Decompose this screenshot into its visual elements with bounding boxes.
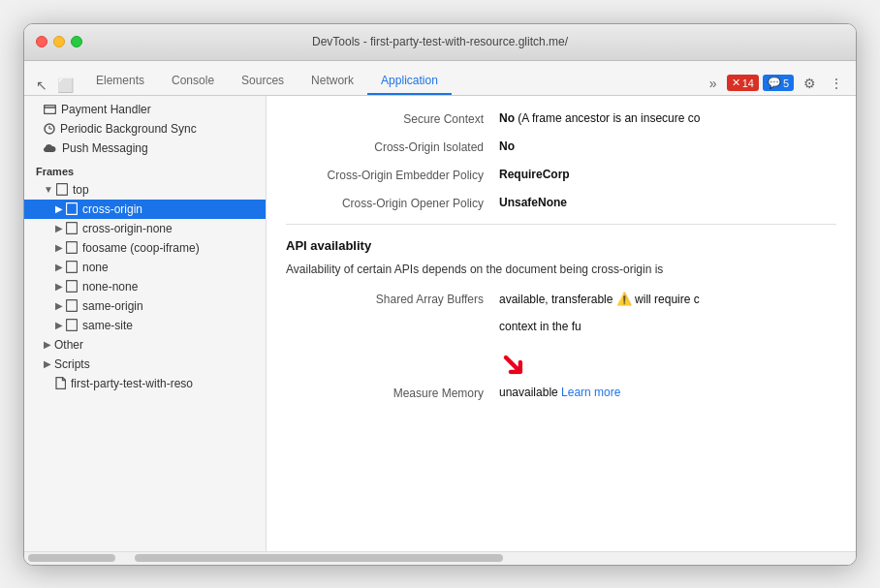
section-divider: [286, 224, 836, 225]
label-embedder-policy: Cross-Origin Embedder Policy: [286, 168, 499, 182]
chevron-right-icon: ▶: [55, 203, 63, 214]
api-section-desc: Availability of certain APIs depends on …: [286, 261, 836, 278]
traffic-lights: [36, 36, 82, 47]
main-panel: Secure Context No (A frame ancestor is a…: [267, 96, 856, 551]
sidebar-item-cross-origin-none[interactable]: ▶ cross-origin-none: [24, 219, 266, 238]
panel-scroll-thumb[interactable]: [135, 554, 503, 562]
tab-bar-actions: » ✕ 14 💬 5 ⚙ ⋮: [704, 72, 848, 95]
value-shared-buffers-suffix: context in the fu: [499, 320, 581, 333]
svg-rect-9: [67, 262, 78, 273]
sidebar: Payment Handler Periodic Background Sync…: [24, 96, 267, 551]
chevron-right-icon-7: ▶: [55, 320, 63, 330]
page-icon-cross-origin-none: [66, 222, 78, 234]
row-shared-buffers: Shared Array Buffers available, transfer…: [286, 292, 836, 306]
page-icon-cross-origin: [66, 202, 78, 215]
sidebar-scroll-thumb[interactable]: [28, 554, 115, 562]
sidebar-item-file[interactable]: first-party-test-with-reso: [24, 374, 266, 393]
file-icon: [55, 377, 66, 389]
svg-rect-8: [67, 242, 78, 254]
label-shared-buffers: Shared Array Buffers: [286, 292, 499, 306]
sidebar-item-other[interactable]: ▶ Other: [24, 335, 266, 355]
svg-rect-7: [67, 223, 78, 234]
more-menu-button[interactable]: ⋮: [825, 72, 848, 95]
sidebar-label-other: Other: [54, 338, 83, 352]
main-content: Payment Handler Periodic Background Sync…: [24, 96, 856, 551]
label-opener-policy: Cross-Origin Opener Policy: [286, 196, 499, 210]
sidebar-item-scripts[interactable]: ▶ Scripts: [24, 355, 266, 374]
chevron-right-icon-other: ▶: [44, 339, 51, 350]
minimize-button[interactable]: [53, 36, 65, 47]
tab-bar-controls: ↖ ⬜: [32, 76, 75, 95]
sidebar-label-foosame: foosame (coop-iframe): [82, 241, 200, 255]
value-measure-memory: unavailable Learn more: [499, 386, 620, 399]
tab-elements[interactable]: Elements: [82, 68, 158, 95]
svg-rect-11: [67, 300, 78, 312]
value-secure-context: No (A frame ancestor is an insecure co: [499, 111, 700, 125]
label-measure-memory: Measure Memory: [286, 386, 499, 400]
page-icon-none-none: [66, 280, 78, 293]
tab-bar: ↖ ⬜ Elements Console Sources Network App…: [24, 61, 856, 96]
sidebar-label-payment: Payment Handler: [61, 103, 151, 116]
sidebar-item-periodic-sync[interactable]: Periodic Background Sync: [24, 119, 266, 139]
sidebar-item-none-none[interactable]: ▶ none-none: [24, 277, 266, 296]
payment-icon: [44, 105, 56, 114]
error-badge: ✕ 14: [727, 75, 759, 91]
label-shared-buffers-suffix: [286, 320, 499, 321]
message-icon: 💬: [768, 77, 781, 89]
sidebar-item-cross-origin[interactable]: ▶ cross-origin: [24, 200, 266, 219]
sidebar-label-same-origin: same-origin: [82, 299, 143, 313]
tab-network[interactable]: Network: [298, 68, 367, 95]
sidebar-item-push-messaging[interactable]: Push Messaging: [24, 139, 266, 158]
cloud-icon: [44, 143, 57, 153]
settings-button[interactable]: ⚙: [798, 72, 821, 95]
svg-rect-6: [67, 203, 78, 215]
learn-more-link[interactable]: Learn more: [561, 386, 620, 399]
shared-buffers-extra: will require c: [635, 293, 700, 306]
close-button[interactable]: [36, 36, 47, 47]
value-secure-context-main: No: [499, 111, 515, 125]
devtools-window: DevTools - first-party-test-with-resourc…: [23, 23, 857, 566]
cursor-icon[interactable]: ↖: [32, 76, 51, 95]
clock-icon: [44, 123, 55, 135]
chevron-right-icon-scripts: ▶: [44, 358, 51, 369]
frames-section-header: Frames: [24, 158, 266, 180]
message-count: 5: [783, 77, 789, 89]
chevron-down-icon: ▼: [44, 184, 53, 195]
value-opener-policy: UnsafeNone: [499, 196, 567, 209]
tab-application[interactable]: Application: [367, 68, 452, 95]
measure-memory-main: unavailable: [499, 386, 558, 399]
api-section-title: API availablity: [286, 238, 836, 253]
error-count: 14: [742, 77, 754, 89]
sidebar-item-foosame[interactable]: ▶ foosame (coop-iframe): [24, 238, 266, 258]
maximize-button[interactable]: [71, 36, 82, 47]
row-measure-memory: Measure Memory unavailable Learn more: [286, 386, 836, 400]
warning-icon: ⚠️: [616, 292, 632, 306]
more-tabs-icon[interactable]: »: [704, 74, 723, 93]
tab-console[interactable]: Console: [158, 68, 228, 95]
sidebar-label-push-messaging: Push Messaging: [62, 141, 148, 155]
sidebar-item-payment-handler[interactable]: Payment Handler: [24, 100, 266, 119]
label-secure-context: Secure Context: [286, 111, 499, 126]
device-icon[interactable]: ⬜: [55, 76, 75, 95]
sidebar-label-periodic-sync: Periodic Background Sync: [60, 122, 197, 136]
tab-list: Elements Console Sources Network Applica…: [82, 68, 704, 95]
sidebar-item-top[interactable]: ▼ top: [24, 180, 266, 200]
sidebar-label-none: none: [82, 261, 109, 274]
value-cross-origin-isolated: No: [499, 139, 515, 153]
row-embedder-policy: Cross-Origin Embedder Policy RequireCorp: [286, 168, 836, 182]
svg-rect-10: [67, 281, 78, 293]
row-cross-origin-isolated: Cross-Origin Isolated No: [286, 139, 836, 154]
sidebar-item-same-site[interactable]: ▶ same-site: [24, 316, 266, 335]
tab-sources[interactable]: Sources: [228, 68, 298, 95]
chevron-right-icon-4: ▶: [55, 262, 63, 272]
chevron-right-icon-2: ▶: [55, 223, 63, 233]
sidebar-label-none-none: none-none: [82, 280, 138, 294]
sidebar-label-top: top: [73, 183, 89, 197]
chevron-right-icon-5: ▶: [55, 281, 63, 292]
red-arrow-annotation: ➜: [491, 341, 537, 387]
sidebar-item-same-origin[interactable]: ▶ same-origin: [24, 296, 266, 316]
bottom-scroll-bar: [24, 551, 856, 565]
svg-rect-5: [56, 184, 67, 196]
sidebar-label-same-site: same-site: [82, 319, 133, 332]
sidebar-item-none[interactable]: ▶ none: [24, 258, 266, 277]
